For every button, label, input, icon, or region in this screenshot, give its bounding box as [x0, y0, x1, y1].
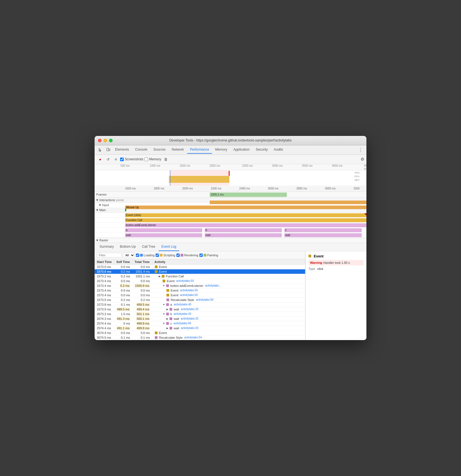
svg-text:CPU: CPU [354, 175, 359, 178]
activity-link[interactable]: activitytabs:43 [174, 312, 191, 315]
table-row[interactable]: 1573.4 ms0.2 ms1500.9 ms▼button.addEvent… [95, 283, 305, 288]
loading-checkbox[interactable]: Loading [136, 254, 154, 257]
abc-row: a b c [95, 228, 366, 233]
function-call-row: Function Call [95, 218, 366, 223]
tick-4500ms: 4500 ms [364, 164, 366, 170]
settings-icon[interactable]: ⚙ [361, 157, 364, 162]
activity-link[interactable]: activitytabs:33 [181, 308, 198, 311]
table-row[interactable]: 2073.3 ms1.0 ms501.1 ms▼bactivitytabs:43 [95, 312, 305, 317]
col-total-time: Total Time [132, 259, 152, 265]
painting-checkbox[interactable]: Painting [199, 254, 218, 257]
right-panel-title: Event [308, 254, 364, 258]
minimize-button[interactable] [103, 139, 107, 142]
rendering-checkbox[interactable]: Rendering [176, 254, 198, 257]
col-self-time: Self Time [114, 259, 132, 265]
event-log: All Loading Scripting [95, 251, 305, 340]
table-wrapper[interactable]: Start Time Self Time Total Time Activity… [95, 259, 305, 340]
b-bar: b [205, 228, 282, 232]
col-activity: Activity [152, 259, 305, 265]
table-row[interactable]: 1573.9 ms489.5 ms499.4 ms▶waitactivityta… [95, 307, 305, 312]
activity-link[interactable]: activitytabs:50 [196, 298, 213, 301]
scripting-checkbox[interactable]: Scripting [156, 254, 175, 257]
more-tabs-icon[interactable]: ⋮ [357, 146, 364, 154]
loading-dot [140, 254, 143, 257]
activity-link[interactable]: activitytabs... [205, 284, 221, 287]
tab-application[interactable]: Application [231, 146, 252, 154]
svg-rect-1 [109, 149, 110, 151]
device-icon[interactable] [105, 146, 112, 153]
timeline-area: 500 ms 1000 ms 1500 ms 2000 ms 2500 ms 3… [95, 164, 366, 243]
warning-label: Warning [310, 261, 322, 264]
table-header-row: Start Time Self Time Total Time Activity [95, 259, 305, 265]
tab-network[interactable]: Network [169, 146, 187, 154]
tick-main-2400: 2400 ms [239, 187, 250, 190]
tick-main-3000: 3000 ms [325, 187, 335, 190]
input-label: Input [102, 203, 109, 207]
button-listener-bar: button.addEventListener [125, 223, 366, 227]
interactions-label: Interactions [99, 198, 115, 202]
clear-button[interactable]: ⊘ [112, 156, 119, 163]
interactions-sublabel: :ponse [116, 199, 124, 202]
table-row[interactable]: 3074.4 ms0.0 ms0.0 msEvent [95, 331, 305, 335]
table-row[interactable]: 1573.0 ms0.0 ms0.0 msEvent [95, 264, 305, 269]
tab-sources[interactable]: Sources [151, 146, 168, 154]
activity-link[interactable]: activitytabs:40 [174, 303, 191, 306]
table-row[interactable]: 2074.3 ms491.3 ms500.1 ms▶waitactivityta… [95, 317, 305, 321]
tab-memory[interactable]: Memory [212, 146, 230, 154]
tab-elements[interactable]: Elements [112, 146, 132, 154]
activity-link[interactable]: activitytabs:50 [176, 279, 194, 282]
table-row[interactable]: 1573.4 ms0.0 ms0.0 msEventactivitytabs:5… [95, 293, 305, 298]
table-row[interactable]: 1573.4 ms0.0 ms0.0 msEventactivitytabs:5… [95, 279, 305, 283]
filter-bar: All Loading Scripting [95, 251, 305, 259]
record-button[interactable]: ● [97, 156, 103, 163]
tick-2500ms: 2500 ms [242, 164, 253, 167]
tab-console[interactable]: Console [132, 146, 150, 154]
title-bar: Developer Tools - https://googlechrome.g… [95, 136, 366, 145]
bottom-panel: Summary Bottom-Up Call Tree Event Log Al… [95, 243, 366, 340]
filter-select[interactable]: All [123, 252, 135, 258]
trash-icon[interactable]: 🗑 [162, 156, 169, 163]
maximize-button[interactable] [109, 139, 113, 142]
table-row[interactable]: 1573.2 ms0.2 ms1501.1 ms▶Function Call [95, 274, 305, 279]
activity-link[interactable]: activitytabs:54 [184, 336, 202, 339]
table-row[interactable]: 1573.8 ms0.1 ms499.5 ms▼aactivitytabs:40 [95, 302, 305, 307]
activity-link[interactable]: activitytabs:33 [181, 317, 198, 320]
tab-audits[interactable]: Audits [271, 146, 286, 154]
table-row[interactable]: 1573.5 ms0.2 ms0.2 msRecalculate Styleac… [95, 298, 305, 302]
memory-checkbox[interactable]: Memory [145, 157, 161, 161]
reload-button[interactable]: ↺ [105, 156, 111, 163]
devtools-window: Developer Tools - https://googlechrome.g… [95, 136, 366, 340]
tab-bottom-up[interactable]: Bottom-Up [117, 243, 138, 251]
table-row[interactable]: 1573.4 ms0.0 ms0.0 msEventactivitytabs:5… [95, 288, 305, 293]
tab-event-log[interactable]: Event Log [159, 243, 179, 251]
screenshots-checkbox[interactable]: Screenshots [120, 157, 143, 161]
activity-link[interactable]: activitytabs:46 [174, 322, 191, 325]
tab-call-tree[interactable]: Call Tree [139, 243, 158, 251]
tick-main-2600: 2600 ms [268, 187, 278, 190]
tab-performance[interactable]: Performance [187, 146, 212, 154]
filter-input[interactable] [97, 253, 122, 258]
table-row[interactable]: 2574.4 ms0 ms499.9 ms▼cactivitytabs:46 [95, 321, 305, 326]
table-row[interactable]: 2574.4 ms491.1 ms499.9 ms▶waitactivityta… [95, 326, 305, 331]
event-click-bar: Event (click) [125, 213, 366, 217]
red-triangle [364, 213, 366, 216]
activity-link[interactable]: activitytabs:50 [180, 289, 197, 292]
tab-security[interactable]: Security [253, 146, 270, 154]
activity-link[interactable]: activitytabs:50 [180, 293, 197, 297]
table-body: 1573.0 ms0.0 ms0.0 msEvent1573.0 ms0.2 m… [95, 264, 305, 340]
tick-500ms: 500 ms [121, 164, 130, 167]
close-button[interactable] [98, 139, 102, 142]
overview-bars[interactable]: FPS CPU NET [95, 170, 366, 186]
tabs-bar: Elements Console Sources Network Perform… [95, 145, 366, 155]
cursor-icon[interactable] [97, 146, 104, 153]
frames-track: 1505.1 ms [125, 192, 366, 198]
tab-summary[interactable]: Summary [97, 243, 116, 251]
table-row[interactable]: 1573.0 ms0.2 ms1501.4 msEvent [95, 269, 305, 274]
main-arrow: ▼ [96, 208, 99, 212]
activity-link[interactable]: activitytabs:33 [181, 326, 198, 330]
right-panel: Event Warning Handler took 1.50 s Type c… [305, 251, 366, 340]
frames-bar: 1505.1 ms [210, 193, 287, 197]
table-row[interactable]: 3074.5 ms0.1 ms0.1 msRecalculate Styleac… [95, 335, 305, 340]
event-click-row: Event (click) [95, 213, 366, 218]
rendering-dot [181, 254, 183, 257]
